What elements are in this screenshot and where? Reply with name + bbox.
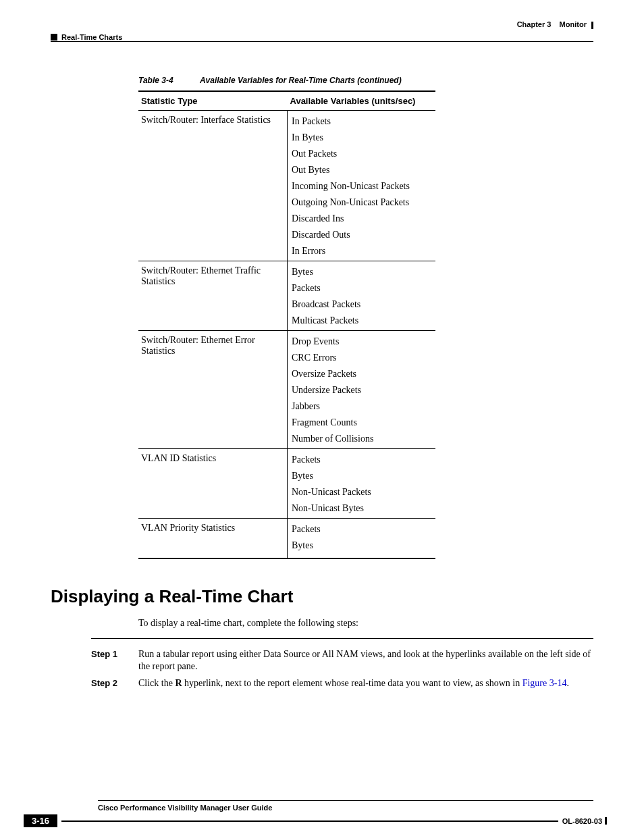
stat-type-cell: VLAN Priority Statistics bbox=[138, 518, 288, 558]
page-number: 3-16 bbox=[24, 814, 57, 827]
variable-item: Multicast Packets bbox=[292, 314, 431, 330]
header-section-title: Real-Time Charts bbox=[61, 33, 122, 41]
step-body: Run a tabular report using either Data S… bbox=[138, 648, 593, 674]
variable-item: Bytes bbox=[292, 265, 431, 282]
chapter-label: Chapter 3 bbox=[517, 20, 552, 28]
table-title: Available Variables for Real-Time Charts… bbox=[200, 76, 402, 85]
table-number: Table 3-4 bbox=[138, 76, 173, 85]
variables-table: Statistic Type Available Variables (unit… bbox=[138, 90, 435, 559]
variable-item: In Packets bbox=[292, 115, 431, 131]
header-rule bbox=[51, 41, 593, 42]
vars-cell: PacketsBytes bbox=[288, 518, 436, 558]
stat-type-cell: Switch/Router: Ethernet Error Statistics bbox=[138, 330, 288, 448]
chapter-title: Monitor bbox=[560, 20, 587, 28]
footer-end-bar-icon bbox=[605, 817, 607, 825]
variable-item: Packets bbox=[292, 523, 431, 539]
vars-cell: In PacketsIn BytesOut PacketsOut BytesIn… bbox=[288, 110, 436, 261]
col-header-vars: Available Variables (units/sec) bbox=[288, 91, 436, 111]
table-row: Switch/Router: Interface StatisticsIn Pa… bbox=[138, 110, 435, 261]
footer-doc-id: OL-8620-03 bbox=[562, 817, 602, 825]
variable-item: Discarded Outs bbox=[292, 228, 431, 244]
page-footer: Cisco Performance Visibility Manager Use… bbox=[0, 800, 644, 827]
variable-item: Broadcast Packets bbox=[292, 298, 431, 314]
variable-item: Drop Events bbox=[292, 335, 431, 351]
variable-item: CRC Errors bbox=[292, 351, 431, 367]
variable-item: Non-Unicast Packets bbox=[292, 486, 431, 502]
vars-cell: PacketsBytesNon-Unicast PacketsNon-Unica… bbox=[288, 448, 436, 518]
variable-item: Outgoing Non-Unicast Packets bbox=[292, 196, 431, 212]
variable-item: Bytes bbox=[292, 539, 431, 555]
variable-item: Packets bbox=[292, 453, 431, 469]
step-label: Step 2 bbox=[91, 677, 138, 690]
variable-item: Jabbers bbox=[292, 400, 431, 416]
section-intro: To display a real-time chart, complete t… bbox=[138, 618, 593, 629]
variable-item: Oversize Packets bbox=[292, 367, 431, 384]
header-end-bar-icon bbox=[591, 22, 593, 29]
variable-item: Out Packets bbox=[292, 147, 431, 163]
variable-item: Packets bbox=[292, 282, 431, 298]
variable-item: Out Bytes bbox=[292, 163, 431, 180]
running-header: Chapter 3 Monitor bbox=[51, 20, 593, 29]
variable-item: Fragment Counts bbox=[292, 416, 431, 432]
section-heading: Displaying a Real-Time Chart bbox=[51, 586, 593, 607]
footer-guide-title: Cisco Performance Visibility Manager Use… bbox=[98, 804, 272, 812]
table-row: VLAN Priority StatisticsPacketsBytes bbox=[138, 518, 435, 558]
header-square-icon bbox=[51, 34, 57, 41]
table-caption: Table 3-4 Available Variables for Real-T… bbox=[138, 76, 593, 85]
variable-item: Discarded Ins bbox=[292, 212, 431, 228]
variable-item: Number of Collisions bbox=[292, 432, 431, 448]
col-header-type: Statistic Type bbox=[138, 91, 288, 111]
variable-item: Incoming Non-Unicast Packets bbox=[292, 180, 431, 196]
step-body: Click the R hyperlink, next to the repor… bbox=[138, 677, 593, 690]
footer-rule-icon bbox=[61, 820, 558, 822]
variable-item: In Bytes bbox=[292, 131, 431, 147]
vars-cell: Drop EventsCRC ErrorsOversize PacketsUnd… bbox=[288, 330, 436, 448]
table-row: VLAN ID StatisticsPacketsBytesNon-Unicas… bbox=[138, 448, 435, 518]
variable-item: Bytes bbox=[292, 469, 431, 486]
stat-type-cell: Switch/Router: Interface Statistics bbox=[138, 110, 288, 261]
figure-link[interactable]: Figure 3-14 bbox=[522, 678, 567, 688]
step-label: Step 1 bbox=[91, 648, 138, 674]
steps-rule bbox=[91, 638, 593, 639]
variable-item: Non-Unicast Bytes bbox=[292, 502, 431, 518]
stat-type-cell: VLAN ID Statistics bbox=[138, 448, 288, 518]
step-row: Step 2 Click the R hyperlink, next to th… bbox=[91, 677, 593, 690]
variable-item: Undersize Packets bbox=[292, 384, 431, 400]
table-row: Switch/Router: Ethernet Traffic Statisti… bbox=[138, 261, 435, 330]
vars-cell: BytesPacketsBroadcast PacketsMulticast P… bbox=[288, 261, 436, 330]
table-row: Switch/Router: Ethernet Error Statistics… bbox=[138, 330, 435, 448]
stat-type-cell: Switch/Router: Ethernet Traffic Statisti… bbox=[138, 261, 288, 330]
variable-item: In Errors bbox=[292, 244, 431, 261]
step-row: Step 1 Run a tabular report using either… bbox=[91, 648, 593, 674]
